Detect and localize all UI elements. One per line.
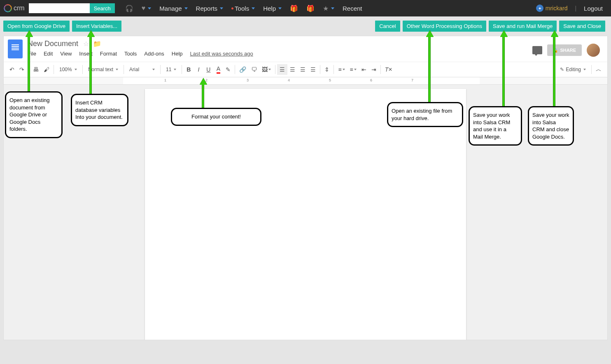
font-value: Arial bbox=[129, 67, 139, 72]
docs-logo-icon[interactable] bbox=[8, 39, 23, 58]
favorites-menu[interactable]: ♥ bbox=[142, 5, 152, 12]
undo-button[interactable]: ↶ bbox=[7, 64, 17, 75]
crm-logo-icon bbox=[4, 5, 12, 12]
logout-link[interactable]: Logout bbox=[584, 5, 603, 12]
style-value: Normal text bbox=[88, 67, 113, 72]
font-size-dropdown[interactable]: 11 bbox=[162, 65, 180, 74]
user-avatar[interactable] bbox=[587, 44, 600, 57]
paragraph-style-dropdown[interactable]: Normal text bbox=[84, 65, 122, 74]
help-menu[interactable]: Help bbox=[263, 5, 282, 12]
reports-label: Reports bbox=[196, 5, 218, 12]
align-justify-button[interactable]: ☰ bbox=[308, 64, 318, 75]
align-center-button[interactable]: ☰ bbox=[287, 64, 298, 75]
redo-button[interactable]: ↷ bbox=[17, 64, 27, 75]
gift-icon-2[interactable]: 🎁 bbox=[306, 5, 315, 12]
callout-save-close: Save your work into Salsa CRM and close … bbox=[528, 106, 574, 146]
heart-icon: ♥ bbox=[142, 5, 146, 12]
search-box: Search bbox=[29, 3, 115, 13]
search-input[interactable] bbox=[29, 3, 90, 13]
star-icon: ★ bbox=[323, 5, 329, 12]
crm-logo: crm bbox=[4, 5, 25, 12]
menu-addons[interactable]: Add-ons bbox=[144, 51, 164, 57]
callout-open-file: Open an existing file from your hard dri… bbox=[387, 102, 463, 127]
insert-comment-button[interactable]: 🗨 bbox=[249, 64, 259, 75]
insert-link-button[interactable]: 🔗 bbox=[237, 64, 249, 75]
save-close-button[interactable]: Save and Close bbox=[559, 21, 605, 32]
move-folder-icon[interactable]: 📁 bbox=[93, 40, 101, 48]
align-right-button[interactable]: ☰ bbox=[298, 64, 308, 75]
gift-icon-1[interactable]: 🎁 bbox=[290, 5, 298, 12]
notification-dot-icon bbox=[231, 7, 233, 9]
divider: | bbox=[575, 5, 576, 12]
cancel-button[interactable]: Cancel bbox=[375, 21, 400, 32]
comments-icon[interactable] bbox=[532, 46, 542, 54]
numbered-list-button[interactable]: ≡ bbox=[336, 64, 347, 75]
user-badge-icon: ✦ bbox=[536, 5, 543, 12]
last-edit-link[interactable]: Last edit was seconds ago bbox=[190, 51, 253, 57]
insert-variables-button[interactable]: Insert Variables... bbox=[72, 21, 121, 32]
reports-menu[interactable]: Reports bbox=[196, 5, 224, 12]
recent-label: Recent bbox=[343, 5, 362, 12]
callout-open-drive: Open an existing document from Google Dr… bbox=[5, 91, 63, 138]
ruler[interactable]: 1234567 bbox=[4, 77, 607, 85]
align-left-button[interactable]: ☰ bbox=[277, 64, 287, 75]
star-menu[interactable]: ★ bbox=[323, 5, 334, 12]
menu-format[interactable]: Format bbox=[100, 51, 117, 57]
increase-indent-button[interactable]: ⇥ bbox=[369, 64, 379, 75]
mode-value: Editing bbox=[566, 67, 581, 72]
manage-menu[interactable]: Manage bbox=[159, 5, 187, 12]
font-dropdown[interactable]: Arial bbox=[126, 65, 159, 74]
decrease-indent-button[interactable]: ⇤ bbox=[359, 64, 369, 75]
line-spacing-button[interactable]: ⇕ bbox=[322, 64, 332, 75]
bold-button[interactable]: B bbox=[184, 64, 194, 75]
share-label: SHARE bbox=[560, 48, 576, 53]
menu-insert[interactable]: Insert bbox=[79, 51, 93, 57]
open-from-drive-button[interactable]: Open from Google Drive bbox=[3, 21, 70, 32]
menu-edit[interactable]: Edit bbox=[44, 51, 53, 57]
recent-menu[interactable]: Recent bbox=[343, 5, 362, 12]
crm-top-bar: crm Search 🎧 ♥ Manage Reports Tools Help… bbox=[0, 0, 611, 16]
tools-menu[interactable]: Tools bbox=[231, 5, 255, 12]
underline-button[interactable]: U bbox=[203, 64, 213, 75]
clear-formatting-button[interactable]: T✕ bbox=[382, 64, 395, 75]
action-row: Open from Google Drive Insert Variables.… bbox=[0, 16, 611, 36]
zoom-value: 100% bbox=[59, 67, 72, 72]
star-document-icon[interactable]: ☆ bbox=[83, 40, 89, 48]
search-button[interactable]: Search bbox=[90, 3, 115, 13]
callout-insert-vars: Insert CRM database variables Into your … bbox=[71, 94, 128, 126]
headphones-icon[interactable]: 🎧 bbox=[125, 5, 133, 12]
tools-label: Tools bbox=[235, 5, 249, 12]
menu-help[interactable]: Help bbox=[172, 51, 183, 57]
callout-mail-merge: Save your work into Salsa CRM and use it… bbox=[469, 106, 522, 146]
share-button[interactable]: SHARE bbox=[547, 44, 582, 56]
editing-mode-dropdown[interactable]: ✎Editing bbox=[556, 65, 590, 74]
size-value: 11 bbox=[166, 67, 171, 72]
save-mail-merge-button[interactable]: Save and run Mail Merge bbox=[489, 21, 557, 32]
gdocs-toolbar: ↶ ↷ 🖶 🖌 100% Normal text Arial 11 B I U … bbox=[4, 62, 607, 77]
menu-file[interactable]: File bbox=[28, 51, 36, 57]
italic-button[interactable]: I bbox=[194, 64, 203, 75]
manage-label: Manage bbox=[159, 5, 182, 12]
menu-tools[interactable]: Tools bbox=[124, 51, 137, 57]
gdocs-header: New Document ☆ 📁 File Edit View Insert F… bbox=[4, 36, 607, 58]
crm-brand-text: crm bbox=[14, 5, 25, 12]
help-label: Help bbox=[263, 5, 276, 12]
other-wp-options-button[interactable]: Other Word Processing Options bbox=[403, 21, 486, 32]
google-docs-editor: New Document ☆ 📁 File Edit View Insert F… bbox=[3, 36, 608, 340]
bulleted-list-button[interactable]: ≡ bbox=[347, 64, 359, 75]
gdocs-menu-bar: File Edit View Insert Format Tools Add-o… bbox=[28, 51, 532, 57]
callout-format: Format your content! bbox=[171, 108, 261, 126]
username[interactable]: mrickard bbox=[546, 5, 568, 12]
print-button[interactable]: 🖶 bbox=[30, 64, 41, 75]
text-color-button[interactable]: A bbox=[213, 64, 223, 75]
menu-view[interactable]: View bbox=[60, 51, 72, 57]
insert-image-button[interactable]: 🖼 bbox=[259, 64, 273, 75]
paint-format-button[interactable]: 🖌 bbox=[41, 64, 52, 75]
zoom-dropdown[interactable]: 100% bbox=[56, 65, 81, 74]
document-title[interactable]: New Document bbox=[28, 39, 78, 48]
highlight-button[interactable]: ✎ bbox=[223, 64, 233, 75]
collapse-toolbar-button[interactable]: ︿ bbox=[593, 64, 604, 75]
